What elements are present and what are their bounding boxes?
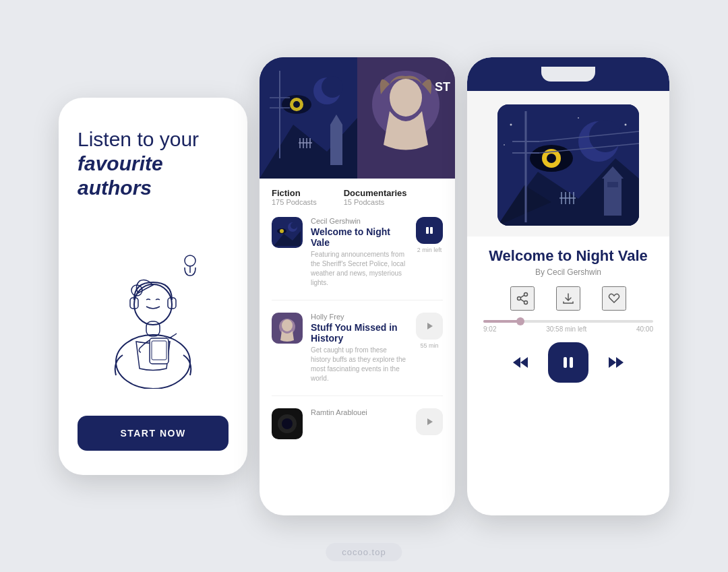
album-art-container [467,91,669,236]
play-button-2[interactable] [416,313,443,340]
pause-button-main[interactable] [548,342,588,383]
time-remaining: 30:58 min left [546,325,586,333]
svg-point-54 [547,154,556,163]
player-controls [467,342,669,396]
svg-marker-82 [616,357,624,368]
svg-rect-37 [426,227,429,234]
screen-1: Listen to your favourite authors [59,98,247,475]
podcast-author-2: Holly Frey [311,313,408,321]
podcast-info-1: Cecil Gershwin Welcome to Night Vale Fea… [311,217,408,288]
svg-rect-80 [570,357,573,368]
svg-line-76 [520,299,524,302]
rewind-button[interactable] [512,356,529,369]
time-row: 9:02 30:58 min left 40:00 [467,325,669,333]
time-total: 40:00 [636,325,653,333]
svg-point-69 [578,117,579,119]
player-author: By Cecil Gershwin [483,267,653,277]
svg-rect-62 [607,182,618,187]
play-container-1: 2 min left [416,217,443,253]
svg-point-36 [280,229,284,233]
documentaries-count: 15 Podcasts [344,198,407,206]
svg-point-13 [322,76,343,98]
svg-rect-38 [430,227,433,234]
play-container-2: 55 min [416,313,443,349]
fiction-count: 175 Podcasts [272,198,317,206]
svg-point-41 [282,319,293,331]
svg-marker-46 [427,418,433,425]
headline: Listen to your favourite authors [78,127,229,200]
headline-line2: favourite [78,152,163,174]
podcast-thumb-2 [272,313,303,344]
banner-nightvale [260,57,357,179]
headline-line3: authors [78,177,152,199]
svg-marker-78 [520,357,528,368]
podcast-thumb-3 [272,408,303,439]
svg-text:ST: ST [435,80,450,94]
progress-bar[interactable] [483,320,653,323]
category-row: Fiction 175 Podcasts Documentaries 15 Po… [272,188,443,206]
favorite-button[interactable] [602,286,626,311]
podcast-info-2: Holly Frey Stuff You Missed in History G… [311,313,408,383]
podcast-desc-1: Featuring announcements from the Sheriff… [311,250,408,288]
svg-point-2 [134,284,172,325]
podcast-title-1: Welcome to Night Vale [311,226,408,248]
time-current: 9:02 [483,325,496,333]
fiction-label: Fiction [272,188,317,198]
fastforward-button[interactable] [607,356,625,369]
player-actions [483,286,653,311]
svg-point-29 [390,79,422,117]
screen-3: Welcome to Night Vale By Cecil Gershwin [467,57,669,515]
player-info: Welcome to Night Vale By Cecil Gershwin [467,236,669,320]
player-header [467,57,669,91]
player-title: Welcome to Night Vale [483,247,653,265]
podcast-list: Fiction 175 Podcasts Documentaries 15 Po… [260,179,455,515]
svg-point-16 [293,101,300,108]
illustration [78,205,229,410]
progress-fill [483,320,520,323]
svg-point-45 [282,418,293,429]
footer-label: cocoo.top [326,543,402,561]
svg-marker-77 [513,357,520,368]
svg-point-34 [291,222,297,229]
category-fiction[interactable]: Fiction 175 Podcasts [272,188,317,206]
podcast-item-1: Cecil Gershwin Welcome to Night Vale Fea… [272,217,443,300]
podcast-thumb-1 [272,217,303,248]
time-label-2: 55 min [420,342,438,349]
svg-point-73 [524,300,528,304]
headline-line1: Listen to your [78,128,199,150]
podcast-item-3: Ramtin Arablouei [272,408,443,451]
podcast-item-2: Holly Frey Stuff You Missed in History G… [272,313,443,396]
podcast-author-3: Ramtin Arablouei [311,408,408,416]
top-banners: ST [260,57,455,179]
svg-point-72 [524,292,528,296]
banner-storyteller: ST [357,57,455,179]
svg-line-75 [520,295,524,298]
podcast-desc-2: Get caught up from these history buffs a… [311,346,408,383]
svg-point-70 [625,123,627,125]
share-button[interactable] [510,286,535,311]
documentaries-label: Documentaries [344,188,407,198]
pause-button-1[interactable] [416,217,443,244]
podcast-title-2: Stuff You Missed in History [311,322,408,344]
time-label-1: 2 min left [417,247,442,253]
screen-2: ST Fiction 175 Podcasts Documentaries 15… [260,57,455,515]
svg-point-74 [518,296,521,300]
start-now-button[interactable]: START NOW [78,416,229,451]
svg-point-8 [185,255,195,266]
svg-rect-20 [330,125,342,165]
play-button-3[interactable] [416,408,443,435]
podcast-info-3: Ramtin Arablouei [311,408,408,418]
album-art [497,104,639,226]
download-button[interactable] [556,286,580,311]
podcast-author-1: Cecil Gershwin [311,217,408,225]
notch [541,67,595,82]
category-documentaries[interactable]: Documentaries 15 Podcasts [344,188,407,206]
svg-rect-79 [564,357,567,368]
svg-point-71 [504,144,505,146]
svg-marker-81 [609,357,616,368]
progress-thumb [516,317,524,325]
svg-point-68 [510,123,512,125]
play-container-3 [416,408,443,435]
svg-marker-42 [427,323,433,329]
progress-container[interactable] [467,320,669,323]
